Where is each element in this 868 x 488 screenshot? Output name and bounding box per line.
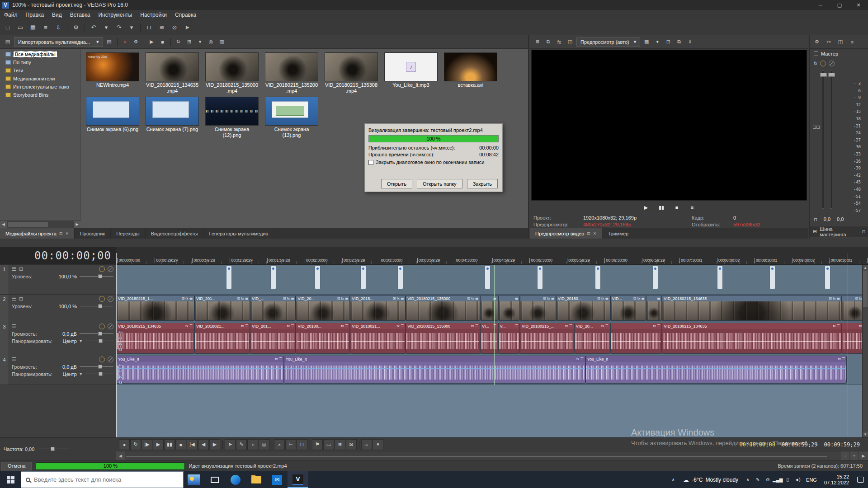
scroll-right-icon[interactable]: ▶ xyxy=(73,221,80,228)
go-to-start-icon[interactable]: |◀ xyxy=(187,439,198,450)
scroll-down-icon[interactable]: ▼ xyxy=(863,432,868,437)
audio-track-3-lane[interactable]: VID_20180215_134635fx ☰VID_2018021...fx … xyxy=(116,322,868,355)
volume-envelope[interactable] xyxy=(117,368,283,369)
compositing-mode-icon[interactable]: ⊡ xyxy=(19,296,23,302)
zoom-out-icon[interactable]: − xyxy=(841,451,850,460)
stop-preview-icon[interactable]: ■ xyxy=(158,38,168,47)
video-event-stub[interactable] xyxy=(537,266,543,289)
volume-envelope[interactable] xyxy=(586,368,847,369)
video-event-stub[interactable] xyxy=(226,266,232,289)
timeline-clip[interactable]: ☰ xyxy=(646,295,662,321)
timeline-clip[interactable]: fx ☰ xyxy=(610,323,662,354)
auto-preview-play-icon[interactable]: ▶ xyxy=(147,38,157,47)
views-grid-icon[interactable]: ⊞ xyxy=(184,38,194,47)
news-widget-button[interactable] xyxy=(184,471,204,488)
video-event-stub[interactable] xyxy=(485,266,491,289)
mute-icon[interactable] xyxy=(108,357,113,362)
chevron-down-icon[interactable]: ▾ xyxy=(80,338,82,344)
timeline-clip[interactable]: You_Like_Itfx ☰ xyxy=(585,356,847,384)
solo-icon[interactable] xyxy=(99,266,105,272)
solo-icon[interactable] xyxy=(99,324,105,329)
fx-chain-icon[interactable]: fx xyxy=(814,61,817,66)
hidden-icons-chevron-icon[interactable]: ∧ xyxy=(743,477,753,482)
close-dialog-checkbox[interactable] xyxy=(368,160,373,165)
track-param-value[interactable]: 0,0 дБ xyxy=(56,364,77,370)
tab-video-preview[interactable]: Предпросмотр видео ⊡ ✕ xyxy=(530,228,602,239)
insert-marker-icon[interactable]: ⚑ xyxy=(312,439,323,450)
snap-toggle-icon[interactable]: ⊓ xyxy=(143,22,155,33)
float-window-icon[interactable]: ⊡ xyxy=(59,231,63,236)
split-event-icon[interactable]: × xyxy=(274,439,285,450)
open-folder-button[interactable]: Открыть папку xyxy=(417,179,462,188)
volume-envelope[interactable] xyxy=(284,368,585,369)
timeline-clip[interactable]: VID_20180215_135000⊡ fx ☰ xyxy=(406,295,480,321)
insert-bus-icon[interactable]: ↦ xyxy=(824,38,834,47)
volume-icon-icon[interactable]: ◄) xyxy=(793,477,802,482)
hidden-icons-button[interactable]: ∧ xyxy=(668,477,678,482)
media-tree-item[interactable]: По типу xyxy=(0,58,80,66)
clip-icons[interactable]: ⊡ fx ☰ xyxy=(337,296,349,300)
clip-icons[interactable]: ☰ xyxy=(515,324,518,328)
master-fader-left[interactable] xyxy=(822,70,824,209)
clip-icons[interactable]: fx ☰ xyxy=(601,324,609,328)
edit-tool-normal-icon[interactable]: ➤ xyxy=(225,439,236,450)
menu-item[interactable]: Файл xyxy=(0,10,22,20)
play-from-start-icon[interactable]: |▶ xyxy=(142,439,152,450)
level-slider[interactable] xyxy=(80,303,113,309)
playhead[interactable] xyxy=(116,253,117,437)
scroll-left-icon[interactable]: ◀ xyxy=(0,221,7,228)
menu-item[interactable]: Настройки xyxy=(136,10,171,20)
media-bins-icon[interactable]: ▤ xyxy=(104,38,114,47)
clip-icons[interactable]: fx ☰ xyxy=(565,324,572,328)
master-footer-tab[interactable]: ⊞ Шина мастеринга ⊡ xyxy=(810,226,868,237)
track-menu-icon[interactable]: ☰ xyxy=(12,357,16,362)
clip-icons[interactable]: fx ☰ xyxy=(275,357,282,361)
settings-gear-icon[interactable]: ⚙ xyxy=(70,22,82,33)
menu-item[interactable]: Правка xyxy=(22,10,48,20)
envelope-lock-toggle-icon[interactable]: ⊘ xyxy=(169,22,180,33)
media-tree-item[interactable]: Теги xyxy=(0,66,80,75)
track-param-value[interactable]: 100,0 % xyxy=(56,274,77,279)
clip-icons[interactable]: ⊡ fx ☰ xyxy=(283,296,294,300)
media-panel-icon[interactable]: ▤ xyxy=(3,38,13,47)
zoom-in-icon[interactable]: + xyxy=(850,451,859,460)
clip-icons[interactable]: ⊡ fx ☰ xyxy=(393,296,404,300)
level-slider[interactable] xyxy=(80,273,113,279)
video-track-2-lane[interactable]: VID_20180215_1...⊡ fx ☰VID_201...⊡ fx ☰V… xyxy=(116,295,868,322)
video-event-stub[interactable] xyxy=(652,266,658,289)
marker-line[interactable] xyxy=(494,265,495,385)
timeline-clip[interactable]: VID_20...⊡ fx ☰ xyxy=(296,295,350,321)
task-view-button[interactable] xyxy=(204,471,225,488)
track-header-4[interactable]: 4 ☰ Громкость: 0,0 дБ Панорамировать xyxy=(0,355,116,385)
media-item[interactable]: Снимок экрана (12).png xyxy=(205,97,259,138)
save-snapshot-icon[interactable]: ⇩ xyxy=(685,38,695,47)
scroll-right-icon[interactable]: ▶ xyxy=(859,451,868,460)
solo-icon[interactable] xyxy=(99,357,105,362)
timeline-clip[interactable]: VID_2018021...fx ☰ xyxy=(350,323,406,354)
scroll-thumb[interactable] xyxy=(863,271,868,307)
remove-media-icon[interactable]: × xyxy=(120,38,130,47)
battery-icon-icon[interactable]: ▯ xyxy=(783,477,793,482)
preview-stop-icon[interactable]: ■ xyxy=(671,203,683,212)
timeline-clip[interactable]: VID_20180215_134635fx ☰ xyxy=(662,323,841,354)
media-settings-gear-icon[interactable]: ⚙ xyxy=(131,38,141,47)
clip-icons[interactable]: fx ☰ xyxy=(838,357,845,361)
timeline-clip[interactable]: VID_20180...⊡ fx ☰ xyxy=(556,295,610,321)
timeline-vertical-scrollbar[interactable]: ▲ ▼ xyxy=(862,265,868,437)
stop-icon[interactable]: ■ xyxy=(175,439,186,450)
video-output-fx-icon[interactable]: fx xyxy=(554,38,564,47)
project-properties-icon[interactable]: ≡ xyxy=(40,22,52,33)
video-preview[interactable] xyxy=(531,50,807,201)
menu-item[interactable]: Справка xyxy=(171,10,200,20)
media-item[interactable]: VID_20180215_135200.mp4 xyxy=(265,52,318,94)
shield-icon-icon[interactable]: ⊘ xyxy=(763,477,773,482)
auto-ripple-toggle-icon[interactable]: ≋ xyxy=(156,22,168,33)
media-tab[interactable]: Генераторы мультимедиа xyxy=(203,228,274,239)
lock-event-icon[interactable]: ⊓ xyxy=(297,439,307,450)
overlay-grid-dropdown-icon[interactable]: ▾ xyxy=(652,38,662,47)
media-item[interactable]: VID_20180215_135000.mp4 xyxy=(205,52,259,94)
next-frame-icon[interactable]: ▶ xyxy=(209,439,220,450)
timeline-clip[interactable]: V...☰ xyxy=(498,323,520,354)
downmix-icon[interactable]: ◫ xyxy=(835,38,845,47)
clip-icons[interactable]: ⊡ fx ☰ xyxy=(597,296,609,300)
